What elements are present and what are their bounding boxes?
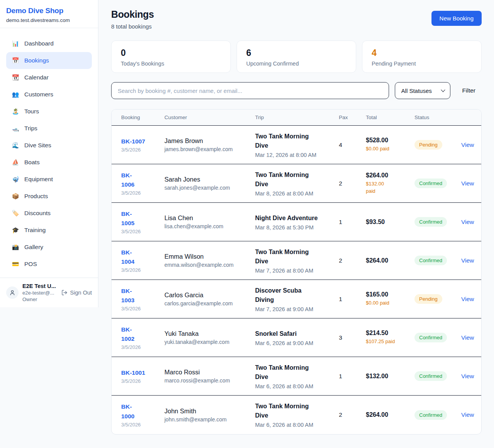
brand-domain: demo.test.divestreams.com	[6, 17, 92, 23]
sidebar-item-boats[interactable]: ⛵ Boats	[6, 154, 92, 171]
sidebar-item-products[interactable]: 📦 Products	[6, 188, 92, 205]
sidebar-item-label: Calendar	[24, 74, 49, 81]
view-link[interactable]: View	[461, 373, 474, 379]
customer-name: Sarah Jones	[164, 176, 250, 183]
booking-id-link[interactable]: BK- 1000	[121, 402, 134, 421]
column-header-total: Total	[366, 115, 414, 120]
booking-date: 3/5/2026	[121, 267, 160, 273]
status-badge: Confirmed	[414, 333, 447, 342]
sidebar-item-discounts[interactable]: 🏷️ Discounts	[6, 205, 92, 222]
view-link[interactable]: View	[461, 257, 474, 264]
column-header-customer: Customer	[164, 115, 255, 120]
paid-amount: $0.00 paid	[366, 300, 410, 307]
trip-name: Night Dive Adventure	[255, 214, 334, 223]
table-row: BK- 1005 3/5/2026 Lisa Chen lisa.chen@ex…	[112, 203, 481, 241]
sign-out-label: Sign Out	[70, 290, 92, 296]
sidebar-item-training[interactable]: 🎓 Training	[6, 222, 92, 239]
view-link[interactable]: View	[461, 141, 474, 148]
stat-label: Today's Bookings	[121, 61, 221, 67]
booking-id-link[interactable]: BK- 1002	[121, 325, 134, 344]
table-row: BK- 1006 3/5/2026 Sarah Jones sarah.jone…	[112, 164, 481, 203]
sidebar-item-trips[interactable]: 🛥️ Trips	[6, 120, 92, 137]
pax-count: 1	[339, 219, 366, 226]
filter-button[interactable]: Filter	[456, 87, 482, 94]
brand: Demo Dive Shop demo.test.divestreams.com	[0, 0, 98, 28]
status-badge: Confirmed	[414, 410, 447, 420]
brand-name: Demo Dive Shop	[6, 7, 92, 15]
customer-email: lisa.chen@example.com	[164, 223, 250, 229]
label-tag-icon: 🏷️	[12, 210, 19, 217]
paid-amount: $107.25 paid	[366, 338, 410, 345]
status-badge: Pending	[414, 294, 442, 304]
table-header-row: Booking Customer Trip Pax Total Status	[112, 109, 481, 126]
table-row: BK- 1000 3/5/2026 John Smith john.smith@…	[112, 396, 481, 434]
status-select-wrap: All Statuses	[395, 82, 450, 99]
page-subtitle: 8 total bookings	[111, 23, 154, 30]
customer-email: yuki.tanaka@example.com	[164, 339, 250, 345]
filter-row: All Statuses Filter	[111, 82, 482, 99]
sidebar-item-dashboard[interactable]: 📊 Dashboard	[6, 35, 92, 52]
booking-date: 3/5/2026	[121, 422, 160, 428]
pax-count: 4	[339, 141, 366, 148]
pax-count: 2	[339, 180, 366, 187]
bar-chart-icon: 📊	[12, 40, 19, 47]
sidebar-item-dive-sites[interactable]: 🌊 Dive Sites	[6, 137, 92, 154]
booking-id-link[interactable]: BK- 1003	[121, 286, 134, 305]
customer-name: Lisa Chen	[164, 214, 250, 222]
credit-card-icon: 💳	[12, 261, 19, 268]
total-amount: $264.00	[366, 172, 410, 179]
booking-date: 3/5/2026	[121, 147, 160, 153]
total-amount: $93.50	[366, 219, 410, 226]
sidebar-item-equipment[interactable]: 🤿 Equipment	[6, 171, 92, 188]
page-title: Bookings	[111, 9, 154, 20]
booking-id-link[interactable]: BK- 1006	[121, 171, 134, 189]
sidebar-item-pos[interactable]: 💳 POS	[6, 256, 92, 273]
column-header-trip: Trip	[255, 115, 339, 120]
booking-id-link[interactable]: BK-1001	[121, 368, 145, 377]
sidebar-item-bookings[interactable]: 📅 Bookings	[6, 52, 92, 69]
search-input[interactable]	[111, 82, 389, 99]
user-icon	[9, 290, 15, 296]
booking-id-link[interactable]: BK-1007	[121, 137, 145, 146]
diving-mask-icon: 🤿	[12, 176, 19, 183]
sign-out-button[interactable]: Sign Out	[61, 290, 92, 296]
user-panel: E2E Test U... e2e-tester@... Owner Sign …	[0, 278, 98, 307]
table-body: BK-1007 3/5/2026 James Brown james.brown…	[112, 126, 481, 434]
sidebar-item-calendar[interactable]: 📆 Calendar	[6, 69, 92, 86]
booking-date: 3/5/2026	[121, 378, 160, 384]
booking-id-link[interactable]: BK- 1004	[121, 248, 134, 266]
camera-flash-icon: 📸	[12, 244, 19, 251]
table-row: BK- 1004 3/5/2026 Emma Wilson emma.wilso…	[112, 241, 481, 280]
table-row: BK-1001 3/5/2026 Marco Rossi marco.rossi…	[112, 357, 481, 396]
table-row: BK- 1003 3/5/2026 Carlos Garcia carlos.g…	[112, 280, 481, 318]
column-header-pax: Pax	[339, 115, 366, 120]
view-link[interactable]: View	[461, 180, 474, 187]
main-content: Bookings 8 total bookings New Booking 0 …	[98, 0, 494, 435]
sidebar-item-label: Bookings	[24, 57, 49, 64]
sidebar-item-tours[interactable]: 🏝️ Tours	[6, 103, 92, 120]
pax-count: 1	[339, 373, 366, 380]
stats-cards: 0 Today's Bookings 6 Upcoming Confirmed …	[111, 40, 482, 73]
trip-name: Two Tank Morning Dive	[255, 132, 334, 150]
customer-email: emma.wilson@example.com	[164, 262, 250, 268]
sidebar-item-label: Products	[24, 193, 48, 200]
view-link[interactable]: View	[461, 334, 474, 341]
sidebar-item-gallery[interactable]: 📸 Gallery	[6, 239, 92, 256]
booking-date: 3/5/2026	[121, 229, 160, 234]
view-link[interactable]: View	[461, 219, 474, 225]
calendar-icon: 📅	[12, 57, 19, 64]
new-booking-button[interactable]: New Booking	[431, 11, 482, 26]
sidebar-item-customers[interactable]: 👥 Customers	[6, 86, 92, 103]
sidebar-item-label: Discounts	[24, 210, 51, 217]
trip-name: Discover Scuba Diving	[255, 286, 334, 305]
booking-date: 3/5/2026	[121, 190, 160, 196]
total-amount: $165.00	[366, 291, 410, 298]
booking-id-link[interactable]: BK- 1005	[121, 209, 134, 228]
paid-amount: $0.00 paid	[366, 145, 410, 153]
view-link[interactable]: View	[461, 296, 474, 302]
status-select[interactable]: All Statuses	[395, 82, 450, 99]
view-link[interactable]: View	[461, 411, 474, 418]
status-badge: Confirmed	[414, 179, 447, 188]
people-icon: 👥	[12, 91, 19, 98]
customer-name: James Brown	[164, 137, 250, 145]
